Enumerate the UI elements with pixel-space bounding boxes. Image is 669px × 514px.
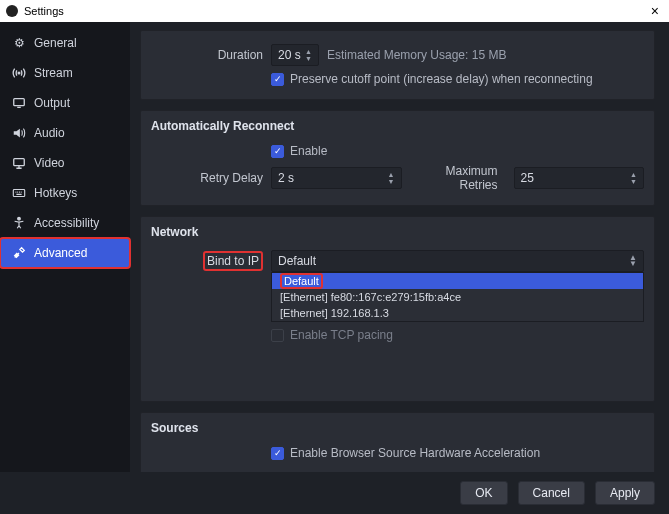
spinner-arrows[interactable]: ▲▼: [305, 45, 317, 65]
speaker-icon: [12, 126, 26, 140]
sidebar-item-label: Audio: [34, 126, 65, 140]
content-area: Duration ▲▼ Estimated Memory Usage: 15 M…: [130, 22, 669, 472]
ok-button[interactable]: OK: [460, 481, 507, 505]
svg-point-0: [18, 72, 20, 74]
svg-point-4: [18, 217, 21, 220]
window-title: Settings: [24, 5, 64, 17]
dropdown-option[interactable]: [Ethernet] 192.168.1.3: [272, 305, 643, 321]
dropdown-option[interactable]: Default: [272, 273, 643, 289]
max-retries-spinner[interactable]: ▲▼: [514, 167, 645, 189]
bind-to-ip-dropdown[interactable]: Default [Ethernet] fe80::167c:e279:15fb:…: [271, 272, 644, 322]
estimated-memory-text: Estimated Memory Usage: 15 MB: [327, 48, 506, 62]
titlebar: Settings ×: [0, 0, 669, 22]
retry-delay-spinner[interactable]: ▲▼: [271, 167, 402, 189]
max-retries-label: Maximum Retries: [410, 164, 506, 192]
bind-to-ip-label: Bind to IP: [151, 254, 271, 268]
section-title: Sources: [141, 413, 654, 443]
svg-rect-3: [13, 190, 24, 197]
spinner-arrows[interactable]: ▲▼: [630, 168, 642, 188]
sidebar-item-video[interactable]: Video: [0, 148, 130, 178]
sidebar-item-general[interactable]: ⚙ General: [0, 28, 130, 58]
checkbox-label: Enable: [290, 144, 327, 158]
sidebar-item-label: Accessibility: [34, 216, 99, 230]
section-stream-delay: Duration ▲▼ Estimated Memory Usage: 15 M…: [140, 30, 655, 100]
accessibility-icon: [12, 216, 26, 230]
enable-tcp-pacing-checkbox[interactable]: Enable TCP pacing: [271, 328, 393, 342]
section-reconnect: Automatically Reconnect Enable Retry Del…: [140, 110, 655, 206]
sidebar-item-audio[interactable]: Audio: [0, 118, 130, 148]
section-network: Network Bind to IP Default ▲▼ Default: [140, 216, 655, 402]
chevron-updown-icon: ▲▼: [629, 255, 637, 267]
check-icon: [271, 447, 284, 460]
dialog-footer: OK Cancel Apply: [0, 472, 669, 514]
preserve-cutoff-checkbox[interactable]: Preserve cutoff point (increase delay) w…: [271, 72, 593, 86]
section-title: Automatically Reconnect: [141, 111, 654, 141]
apply-button[interactable]: Apply: [595, 481, 655, 505]
keyboard-icon: [12, 186, 26, 200]
checkbox-label: Enable TCP pacing: [290, 328, 393, 342]
section-sources: Sources Enable Browser Source Hardware A…: [140, 412, 655, 472]
svg-rect-1: [14, 99, 25, 106]
sidebar-item-label: Advanced: [34, 246, 87, 260]
output-icon: [12, 96, 26, 110]
retry-delay-label: Retry Delay: [151, 171, 271, 185]
select-value: Default: [278, 254, 316, 268]
check-icon: [271, 329, 284, 342]
sidebar-item-accessibility[interactable]: Accessibility: [0, 208, 130, 238]
sidebar-item-hotkeys[interactable]: Hotkeys: [0, 178, 130, 208]
spinner-arrows[interactable]: ▲▼: [388, 168, 400, 188]
reconnect-enable-checkbox[interactable]: Enable: [271, 144, 327, 158]
checkbox-label: Enable Browser Source Hardware Accelerat…: [290, 446, 540, 460]
duration-label: Duration: [151, 48, 271, 62]
svg-rect-2: [14, 159, 25, 166]
close-icon[interactable]: ×: [647, 3, 663, 19]
cancel-button[interactable]: Cancel: [518, 481, 585, 505]
sidebar-item-label: Hotkeys: [34, 186, 77, 200]
sidebar-item-output[interactable]: Output: [0, 88, 130, 118]
checkbox-label: Preserve cutoff point (increase delay) w…: [290, 72, 593, 86]
sidebar-item-label: Output: [34, 96, 70, 110]
check-icon: [271, 145, 284, 158]
gear-icon: ⚙: [12, 36, 26, 50]
sidebar: ⚙ General Stream Output Audio Video: [0, 22, 130, 472]
app-icon: [6, 5, 18, 17]
sidebar-item-label: Stream: [34, 66, 73, 80]
duration-spinner[interactable]: ▲▼: [271, 44, 319, 66]
antenna-icon: [12, 66, 26, 80]
monitor-icon: [12, 156, 26, 170]
sidebar-item-stream[interactable]: Stream: [0, 58, 130, 88]
sidebar-item-label: Video: [34, 156, 64, 170]
check-icon: [271, 73, 284, 86]
bind-to-ip-select[interactable]: Default ▲▼: [271, 250, 644, 272]
retry-delay-input[interactable]: [271, 167, 402, 189]
sidebar-item-advanced[interactable]: Advanced: [0, 238, 130, 268]
dropdown-option[interactable]: [Ethernet] fe80::167c:e279:15fb:a4ce: [272, 289, 643, 305]
browser-hw-accel-checkbox[interactable]: Enable Browser Source Hardware Accelerat…: [271, 446, 540, 460]
max-retries-input[interactable]: [514, 167, 645, 189]
sidebar-item-label: General: [34, 36, 77, 50]
section-title: Network: [141, 217, 654, 247]
tools-icon: [12, 246, 26, 260]
